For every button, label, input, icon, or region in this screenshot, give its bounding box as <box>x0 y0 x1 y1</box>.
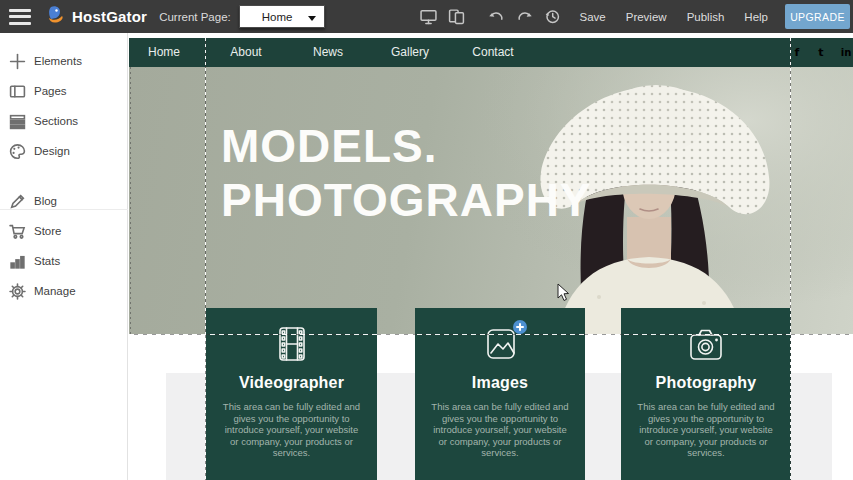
sidebar-item-label: Manage <box>34 285 76 297</box>
hero-heading-line2: PHOTOGRAPHY <box>221 173 592 227</box>
site-preview-canvas: Home About News Gallery Contact f t in <box>129 33 853 480</box>
site-nav-news[interactable]: News <box>313 38 343 67</box>
gator-mascot-icon <box>45 4 67 30</box>
chevron-down-icon <box>308 16 316 21</box>
sidebar-item-sections[interactable]: Sections <box>0 109 128 133</box>
camera-icon <box>684 326 728 366</box>
site-nav-contact[interactable]: Contact <box>472 38 513 67</box>
undo-icon[interactable] <box>488 8 506 26</box>
desktop-view-icon[interactable] <box>420 8 438 26</box>
sidebar-item-label: Pages <box>34 85 67 97</box>
brand-name: HostGator <box>72 8 147 25</box>
sidebar-item-label: Design <box>34 145 70 157</box>
palette-icon <box>9 143 26 160</box>
upgrade-button[interactable]: UPGRADE <box>785 4 850 29</box>
sidebar-item-label: Elements <box>34 55 82 67</box>
add-image-badge-icon[interactable] <box>513 320 527 334</box>
sidebar-item-label: Stats <box>34 255 60 267</box>
page-select-dropdown[interactable]: Home <box>239 5 325 28</box>
builder-sidebar: Elements Pages Sections Design Blog <box>0 33 128 480</box>
site-navbar: Home About News Gallery Contact f t in <box>129 38 853 67</box>
sections-icon <box>9 113 26 130</box>
current-page-label: Current Page: <box>159 11 231 23</box>
card-title: Videographer <box>206 374 377 392</box>
hostgator-logo: HostGator <box>45 4 147 30</box>
sidebar-item-label: Store <box>34 225 62 237</box>
hostgator-builder-window: HostGator Current Page: Home Save Previe… <box>0 0 853 480</box>
section-guide-right <box>790 38 791 480</box>
card-body: This area can be fully edited and gives … <box>635 401 777 459</box>
facebook-icon[interactable]: f <box>795 46 800 59</box>
card-title: Photography <box>621 374 791 392</box>
film-icon <box>272 326 312 366</box>
sidebar-item-label: Blog <box>34 195 57 207</box>
hero-heading-line1: MODELS. <box>221 119 592 173</box>
sidebar-item-store[interactable]: Store <box>0 219 128 243</box>
sidebar-item-pages[interactable]: Pages <box>0 79 128 103</box>
site-nav-about[interactable]: About <box>230 38 261 67</box>
sidebar-item-design[interactable]: Design <box>0 139 128 163</box>
hero-section[interactable]: MODELS. PHOTOGRAPHY <box>129 67 853 334</box>
hero-selection-left-edge <box>130 67 131 334</box>
pencil-icon <box>9 193 26 210</box>
card-body: This area can be fully edited and gives … <box>429 401 571 459</box>
sidebar-item-stats[interactable]: Stats <box>0 249 128 273</box>
page-icon <box>9 83 26 100</box>
redo-icon[interactable] <box>516 8 534 26</box>
top-toolbar: HostGator Current Page: Home Save Previe… <box>0 0 853 33</box>
mobile-view-icon[interactable] <box>448 8 466 26</box>
save-button[interactable]: Save <box>580 11 606 23</box>
cart-icon <box>9 223 26 240</box>
help-button[interactable]: Help <box>744 11 768 23</box>
history-icon[interactable] <box>544 8 562 26</box>
bar-chart-icon <box>9 253 26 270</box>
sidebar-item-blog[interactable]: Blog <box>0 189 128 213</box>
sidebar-item-elements[interactable]: Elements <box>0 49 128 73</box>
card-title: Images <box>415 374 585 392</box>
twitter-icon[interactable]: t <box>818 46 823 59</box>
gear-icon <box>9 283 26 300</box>
preview-button[interactable]: Preview <box>626 11 667 23</box>
linkedin-icon[interactable]: in <box>841 47 852 58</box>
card-body: This area can be fully edited and gives … <box>220 401 363 459</box>
sidebar-item-manage[interactable]: Manage <box>0 279 128 303</box>
hero-heading[interactable]: MODELS. PHOTOGRAPHY <box>221 119 592 227</box>
hamburger-menu-icon[interactable] <box>9 9 31 25</box>
site-nav-home[interactable]: Home <box>148 38 180 67</box>
section-guide-left <box>205 38 206 480</box>
publish-button[interactable]: Publish <box>687 11 725 23</box>
image-plus-icon <box>480 326 520 366</box>
plus-icon <box>9 53 26 70</box>
site-nav-gallery[interactable]: Gallery <box>391 38 429 67</box>
page-select-value: Home <box>262 11 293 23</box>
section-boundary-dashed-line <box>129 334 853 335</box>
mouse-cursor <box>557 283 570 306</box>
sidebar-item-label: Sections <box>34 115 78 127</box>
